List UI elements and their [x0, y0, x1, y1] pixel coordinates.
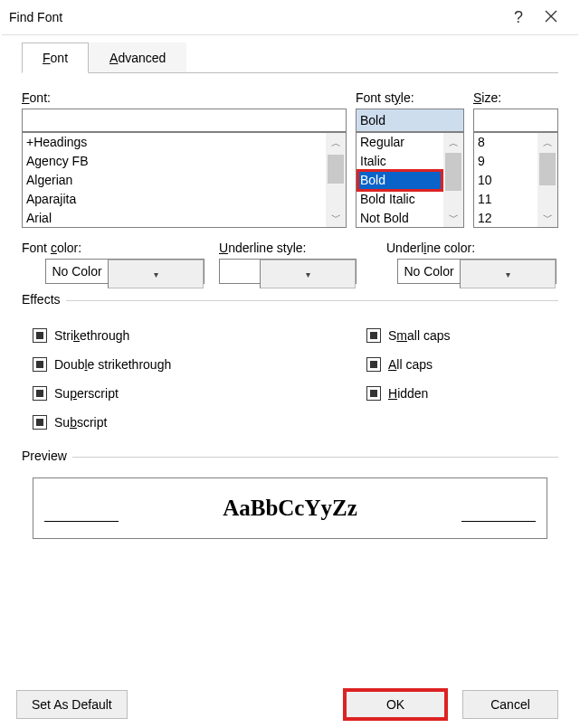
list-item[interactable]: 8 — [476, 133, 536, 152]
checkbox-icon — [33, 415, 47, 430]
close-icon[interactable] — [535, 10, 567, 25]
dialog-content: Font: +Headings Agency FB Algerian Apara… — [0, 74, 580, 555]
help-icon[interactable]: ? — [502, 8, 535, 27]
size-input[interactable] — [473, 109, 558, 132]
font-style-label: Font style: — [356, 90, 464, 105]
checkbox-icon — [366, 357, 381, 372]
scrollbar[interactable]: ︿ ﹀ — [537, 133, 557, 227]
list-item[interactable]: +Headings — [24, 133, 324, 152]
window-title: Find Font — [9, 10, 502, 24]
tab-strip: Font Advanced — [22, 43, 580, 73]
tab-font[interactable]: Font — [22, 43, 89, 73]
font-style-input[interactable] — [356, 109, 464, 132]
tab-underline — [22, 72, 558, 73]
list-item[interactable]: Italic — [358, 152, 442, 171]
preview-line — [44, 521, 119, 522]
preview-legend: Preview — [22, 449, 72, 463]
titlebar-divider — [2, 34, 578, 35]
font-style-listbox[interactable]: Regular Italic Bold Bold Italic Not Bold… — [356, 132, 464, 228]
checkbox-double-strikethrough[interactable]: Double strikethrough — [33, 350, 366, 379]
preview-text: AaBbCcYyZz — [223, 496, 357, 521]
checkbox-icon — [366, 328, 381, 343]
chevron-down-icon[interactable]: ▾ — [260, 260, 356, 288]
scroll-up-icon[interactable]: ︿ — [443, 133, 463, 153]
scroll-thumb[interactable] — [328, 155, 344, 184]
tab-advanced[interactable]: Advanced — [89, 43, 186, 73]
scroll-down-icon[interactable]: ﹀ — [443, 207, 463, 227]
scroll-thumb[interactable] — [445, 153, 461, 191]
scrollbar[interactable]: ︿ ﹀ — [326, 133, 346, 227]
underline-color-combo[interactable]: No Color ▾ — [397, 259, 556, 284]
preview-line — [461, 521, 536, 522]
preview-box: AaBbCcYyZz — [33, 477, 547, 539]
list-item[interactable]: 12 — [476, 209, 536, 228]
preview-group: Preview AaBbCcYyZz — [22, 457, 558, 546]
list-item[interactable]: 10 — [476, 171, 536, 190]
font-color-value: No Color — [46, 260, 108, 283]
checkbox-icon — [366, 386, 381, 401]
underline-style-combo[interactable]: ▾ — [219, 259, 357, 284]
list-item[interactable]: Aparajita — [24, 190, 324, 209]
list-item[interactable]: Algerian — [24, 171, 324, 190]
checkbox-icon — [33, 386, 47, 401]
scroll-up-icon[interactable]: ︿ — [537, 133, 557, 153]
list-item-selected[interactable]: Bold — [358, 171, 442, 190]
list-item[interactable]: Regular — [358, 133, 442, 152]
checkbox-small-caps[interactable]: Small caps — [366, 321, 547, 350]
underline-style-label: Underline style: — [219, 241, 370, 255]
font-listbox[interactable]: +Headings Agency FB Algerian Aparajita A… — [22, 132, 347, 228]
list-item[interactable]: Agency FB — [24, 152, 324, 171]
underline-color-label: Underline color: — [386, 241, 558, 255]
scrollbar[interactable]: ︿ ﹀ — [443, 133, 463, 227]
scroll-thumb[interactable] — [539, 153, 556, 185]
chevron-down-icon[interactable]: ▾ — [108, 260, 204, 288]
set-as-default-button[interactable]: Set As Default — [16, 690, 128, 719]
checkbox-icon — [33, 357, 47, 372]
checkbox-superscript[interactable]: Superscript — [33, 379, 366, 408]
list-item[interactable]: 11 — [476, 190, 536, 209]
font-color-combo[interactable]: No Color ▾ — [45, 259, 204, 284]
font-input[interactable] — [22, 109, 347, 132]
scroll-down-icon[interactable]: ﹀ — [326, 207, 346, 227]
size-listbox[interactable]: 8 9 10 11 12 ︿ ﹀ — [473, 132, 558, 228]
font-label: Font: — [22, 90, 347, 105]
list-item[interactable]: Not Bold — [358, 209, 442, 228]
cancel-button[interactable]: Cancel — [462, 690, 558, 719]
checkbox-hidden[interactable]: Hidden — [366, 379, 547, 408]
effects-legend: Effects — [22, 292, 66, 307]
checkbox-strikethrough[interactable]: Strikethrough — [33, 321, 366, 350]
scroll-up-icon[interactable]: ︿ — [326, 133, 346, 153]
font-color-label: Font color: — [22, 241, 203, 255]
checkbox-subscript[interactable]: Subscript — [33, 408, 366, 437]
underline-style-value — [220, 260, 260, 283]
list-item[interactable]: Bold Italic — [358, 190, 442, 209]
title-bar: Find Font ? — [0, 0, 580, 34]
scroll-down-icon[interactable]: ﹀ — [537, 207, 557, 227]
dialog-footer: Set As Default OK Cancel — [0, 690, 580, 719]
checkbox-all-caps[interactable]: All caps — [366, 350, 547, 379]
underline-color-value: No Color — [398, 260, 460, 283]
size-label: Size: — [473, 90, 558, 105]
effects-group: Effects Strikethrough Double strikethrou… — [22, 300, 558, 444]
list-item[interactable]: 9 — [476, 152, 536, 171]
ok-button[interactable]: OK — [345, 690, 446, 719]
chevron-down-icon[interactable]: ▾ — [460, 260, 556, 288]
list-item[interactable]: Arial — [24, 209, 324, 228]
checkbox-icon — [33, 328, 47, 343]
